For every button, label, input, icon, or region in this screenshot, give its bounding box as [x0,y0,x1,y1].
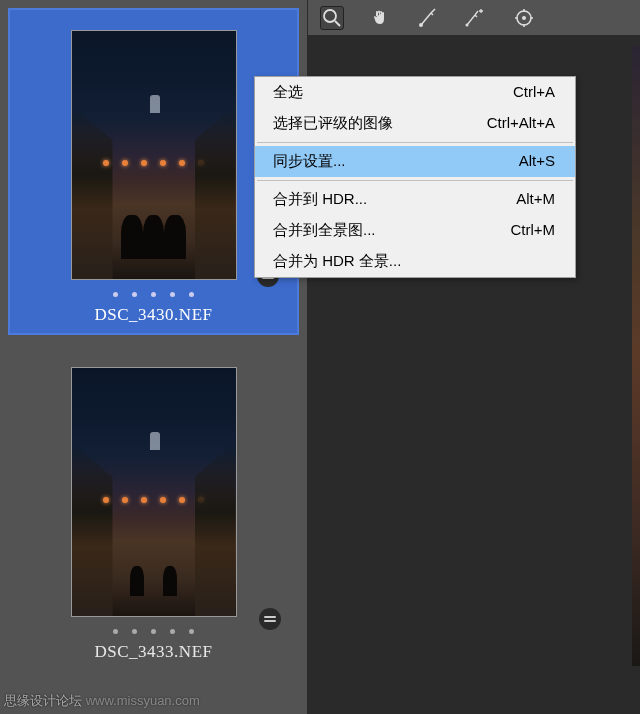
menu-item-merge-hdr[interactable]: 合并到 HDR... Alt+M [255,184,575,215]
menu-shortcut: Ctrl+M [510,221,555,240]
rating-dots[interactable] [18,292,289,297]
preview-image-edge [632,46,640,666]
menu-item-select-rated[interactable]: 选择已评级的图像 Ctrl+Alt+A [255,108,575,139]
menu-label: 合并为 HDR 全景... [273,252,401,271]
menu-shortcut: Alt+M [516,190,555,209]
menu-shortcut: Ctrl+A [513,83,555,102]
thumbnail-filename: DSC_3433.NEF [16,642,291,662]
svg-point-0 [324,10,336,22]
menu-item-merge-hdr-panorama[interactable]: 合并为 HDR 全景... [255,246,575,277]
settings-badge-icon [259,608,281,630]
menu-item-merge-panorama[interactable]: 合并到全景图... Ctrl+M [255,215,575,246]
thumbnail-card-2[interactable]: DSC_3433.NEF [8,347,299,670]
menu-label: 选择已评级的图像 [273,114,393,133]
preview-toolbar [308,0,640,36]
thumbnail-image[interactable] [71,367,237,617]
menu-divider [257,180,573,181]
menu-shortcut: Ctrl+Alt+A [487,114,555,133]
svg-line-1 [335,21,340,26]
color-sampler-tool-icon[interactable] [464,6,488,30]
menu-label: 全选 [273,83,303,102]
white-balance-tool-icon[interactable] [416,6,440,30]
menu-divider [257,142,573,143]
hand-tool-icon[interactable] [368,6,392,30]
menu-item-sync-settings[interactable]: 同步设置... Alt+S [255,146,575,177]
svg-point-5 [522,16,526,20]
svg-point-2 [419,23,423,27]
watermark-text: 思缘设计论坛 www.missyuan.com [4,692,200,710]
zoom-tool-icon[interactable] [320,6,344,30]
menu-shortcut: Alt+S [519,152,555,171]
target-adjustment-tool-icon[interactable] [512,6,536,30]
thumbnail-filename: DSC_3430.NEF [18,305,289,325]
menu-label: 合并到全景图... [273,221,376,240]
rating-dots[interactable] [16,629,291,634]
thumbnail-image[interactable] [71,30,237,280]
menu-label: 合并到 HDR... [273,190,367,209]
context-menu: 全选 Ctrl+A 选择已评级的图像 Ctrl+Alt+A 同步设置... Al… [254,76,576,278]
menu-item-select-all[interactable]: 全选 Ctrl+A [255,77,575,108]
menu-label: 同步设置... [273,152,346,171]
svg-point-3 [466,23,469,26]
